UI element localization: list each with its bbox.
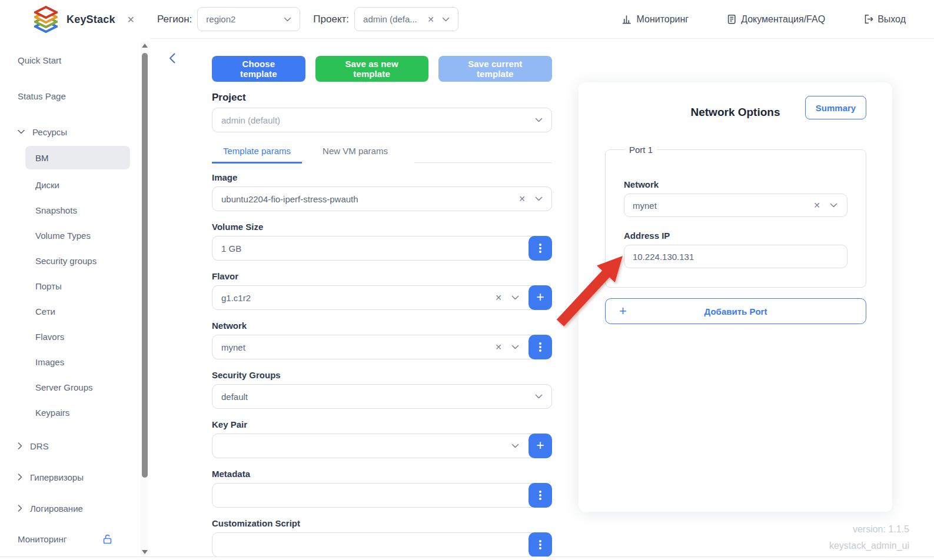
network-select-wrap: mynet ✕: [212, 335, 552, 359]
network-options-menu-button[interactable]: [529, 335, 552, 359]
sidebar-item-snapshots[interactable]: Snapshots: [0, 204, 150, 216]
clear-icon[interactable]: ✕: [427, 15, 434, 24]
sidebar-item-vm[interactable]: ВМ: [25, 146, 130, 169]
template-toolbar: Choose template Save as new template Sav…: [212, 56, 552, 82]
sidebar-item-networks[interactable]: Сети: [0, 305, 150, 317]
region-select[interactable]: region2: [197, 7, 300, 31]
sidebar-item-monitoring[interactable]: Мониторинг: [0, 534, 132, 545]
sidebar-item-quick-start[interactable]: Quick Start: [0, 54, 150, 66]
scrollbar-thumb[interactable]: [142, 53, 148, 478]
bottom-divider: [0, 556, 934, 557]
summary-button[interactable]: Summary: [805, 96, 866, 119]
tabs-divider: [414, 140, 552, 163]
image-select-wrap: ubuntu2204-fio-iperf-stress-pwauth ✕: [212, 186, 552, 211]
sidebar-group-logging[interactable]: Логирование: [0, 502, 150, 514]
sidebar-item-disks[interactable]: Диски: [0, 179, 150, 191]
plus-icon: +: [619, 304, 627, 319]
kebab-icon: [539, 247, 541, 249]
sidebar-item-keypairs[interactable]: Keypairs: [0, 406, 150, 418]
sidebar-item-flavors[interactable]: Flavors: [0, 331, 150, 342]
nav-docs[interactable]: Документация/FAQ: [726, 14, 825, 25]
network-options-panel: Network Options Summary Port 1 Network m…: [579, 82, 892, 512]
save-as-new-template-button[interactable]: Save as new template: [315, 56, 428, 82]
chevron-down-icon[interactable]: [511, 444, 519, 448]
key-pair-select[interactable]: [212, 434, 552, 458]
chevron-down-icon[interactable]: [442, 17, 450, 22]
scroll-down-icon[interactable]: [142, 550, 148, 554]
network-label: Network: [212, 321, 552, 331]
sidebar-item-volume-types[interactable]: Volume Types: [0, 229, 150, 241]
address-ip-input[interactable]: [624, 245, 847, 268]
metadata-menu-button[interactable]: [529, 483, 552, 508]
chevron-down-icon[interactable]: [535, 196, 543, 201]
sidebar-item-server-groups[interactable]: Server Groups: [0, 381, 150, 393]
port-1-fieldset: Port 1 Network mynet ✕ Address IP: [605, 145, 866, 288]
volume-size-wrap: [212, 236, 552, 261]
nav-logout[interactable]: Выход: [863, 14, 906, 25]
add-port-button[interactable]: + Добавить Port: [605, 298, 866, 324]
customization-script-label: Customization Script: [212, 518, 552, 528]
volume-size-input[interactable]: [212, 236, 552, 261]
sidebar-close-icon[interactable]: ✕: [127, 14, 135, 25]
chevron-down-icon[interactable]: [511, 295, 519, 300]
clear-icon[interactable]: ✕: [495, 343, 502, 351]
project-label: Проект:: [313, 14, 349, 25]
unlock-icon: [102, 534, 113, 545]
image-select[interactable]: ubuntu2204-fio-iperf-stress-pwauth: [212, 186, 552, 211]
tab-new-vm-params[interactable]: New VM params: [311, 140, 399, 164]
kebab-icon: [539, 494, 541, 496]
sidebar-group-resources[interactable]: Ресурсы: [0, 126, 150, 138]
clear-icon[interactable]: ✕: [495, 294, 502, 302]
sidebar-item-status-page[interactable]: Status Page: [0, 90, 150, 102]
keystack-logo-icon: [34, 6, 58, 34]
sidebar-item-ports[interactable]: Порты: [0, 280, 150, 292]
security-groups-label: Security Groups: [212, 370, 552, 380]
project-select[interactable]: admin (defa... ✕: [354, 7, 458, 31]
sidebar-scrollbar[interactable]: [141, 41, 148, 556]
chevron-down-icon[interactable]: [535, 118, 543, 122]
project-select[interactable]: admin (default): [212, 108, 552, 132]
tab-template-params[interactable]: Template params: [212, 140, 302, 164]
clear-icon[interactable]: ✕: [518, 195, 526, 203]
plus-icon: +: [536, 291, 544, 304]
nav-monitoring[interactable]: Мониторинг: [621, 14, 689, 25]
chevron-down-icon: [18, 129, 25, 134]
header-nav: Мониторинг Документация/FAQ Выход: [621, 14, 934, 25]
header-main: Регион: region2 Проект: admin (defa... ✕: [150, 0, 934, 39]
top-header: KeyStack ✕ Регион: region2 Проект: admin…: [0, 0, 934, 39]
port-network-label: Network: [624, 179, 847, 189]
back-chevron-icon[interactable]: [169, 53, 175, 64]
scroll-up-icon[interactable]: [142, 44, 148, 48]
chevron-down-icon[interactable]: [511, 345, 519, 349]
customization-script-wrap: [212, 532, 552, 557]
chevron-down-icon[interactable]: [830, 203, 837, 208]
app-name-text: keystack_admin_ui: [829, 538, 909, 554]
add-flavor-button[interactable]: +: [529, 285, 552, 310]
sidebar-group-hypervisors[interactable]: Гипервизоры: [0, 471, 150, 483]
sidebar-item-images[interactable]: Images: [0, 356, 150, 368]
chevron-right-icon: [18, 505, 22, 512]
address-ip-label: Address IP: [624, 231, 847, 241]
chevron-down-icon[interactable]: [535, 394, 543, 399]
chevron-down-icon[interactable]: [284, 17, 291, 22]
sidebar-group-drs[interactable]: DRS: [0, 440, 150, 452]
document-icon: [726, 14, 737, 25]
sidebar-item-security-groups[interactable]: Security groups: [0, 255, 150, 266]
volume-size-menu-button[interactable]: [529, 236, 552, 261]
port-1-legend: Port 1: [625, 145, 657, 155]
version-info: version: 1.1.5 keystack_admin_ui: [829, 521, 909, 554]
security-groups-select[interactable]: default: [212, 384, 552, 409]
clear-icon[interactable]: ✕: [813, 201, 820, 209]
key-pair-label: Key Pair: [212, 419, 552, 429]
kebab-icon: [539, 346, 541, 348]
add-key-pair-button[interactable]: +: [529, 434, 552, 458]
flavor-select-wrap: g1.c1r2 ✕ +: [212, 285, 552, 310]
save-current-template-button[interactable]: Save current template: [438, 56, 553, 82]
customization-script-input[interactable]: [212, 532, 552, 557]
customization-script-menu-button[interactable]: [529, 532, 552, 557]
version-text: version: 1.1.5: [829, 521, 909, 538]
brand-title: KeyStack: [67, 14, 115, 26]
metadata-input[interactable]: [212, 483, 552, 508]
choose-template-button[interactable]: Choose template: [212, 56, 305, 82]
chevron-right-icon: [18, 442, 22, 449]
